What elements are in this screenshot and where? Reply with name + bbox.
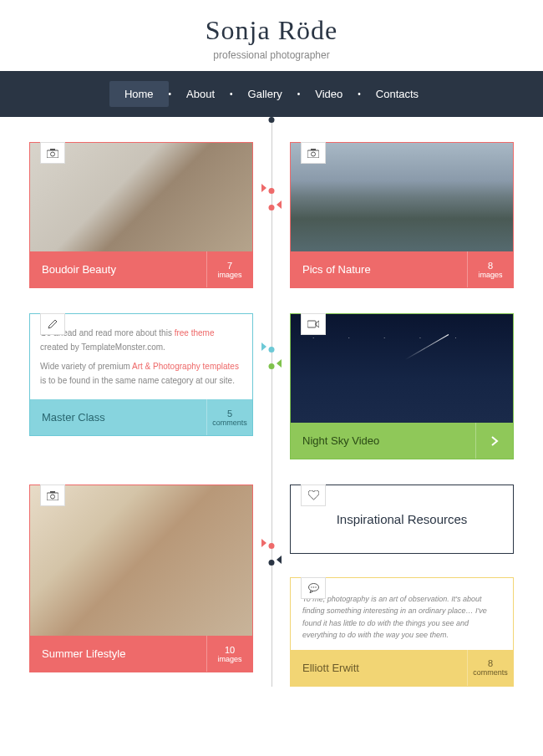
svg-rect-0 xyxy=(47,150,58,158)
card-quote[interactable]: To me, photography is an art of observat… xyxy=(290,577,514,687)
timeline-dot xyxy=(269,117,275,123)
svg-point-13 xyxy=(315,586,316,587)
card-count: 7 images xyxy=(206,251,252,287)
card-night-sky[interactable]: Night Sky Video xyxy=(290,313,514,459)
timeline-arrow xyxy=(261,539,266,547)
timeline-dot xyxy=(269,543,275,549)
camera-icon xyxy=(301,142,326,164)
site-title: Sonja Röde xyxy=(0,15,543,46)
svg-rect-3 xyxy=(307,150,319,158)
pencil-icon xyxy=(40,313,65,335)
svg-point-5 xyxy=(312,152,316,156)
card-title: Inspirational Resources xyxy=(299,512,505,526)
svg-rect-4 xyxy=(311,149,316,150)
svg-rect-6 xyxy=(307,321,316,327)
timeline-dot xyxy=(269,363,275,369)
card-nature[interactable]: Pics of Nature 8 images xyxy=(290,142,514,288)
card-image xyxy=(30,485,252,636)
chevron-right-icon[interactable] xyxy=(475,423,513,459)
svg-rect-7 xyxy=(47,493,58,500)
svg-rect-1 xyxy=(50,149,55,150)
timeline-arrow xyxy=(261,342,266,351)
nav-home[interactable]: Home xyxy=(109,81,169,107)
nav-contacts[interactable]: Contacts xyxy=(361,81,434,107)
card-title: Night Sky Video xyxy=(291,423,475,459)
card-inspirational[interactable]: Inspirational Resources xyxy=(290,485,514,554)
card-boudoir[interactable]: Boudoir Beauty 7 images xyxy=(29,142,253,288)
timeline: Boudoir Beauty 7 images Pics of Nature 8 xyxy=(0,117,543,687)
svg-rect-8 xyxy=(50,491,55,493)
navbar: Home • About • Gallery • Video • Contact… xyxy=(0,71,543,117)
card-count: 5 comments xyxy=(206,399,252,435)
timeline-dot xyxy=(269,560,275,566)
card-summer[interactable]: Summer Lifestyle 10 images xyxy=(29,485,253,672)
nav-video[interactable]: Video xyxy=(300,81,358,107)
link-templates[interactable]: Art & Photography templates xyxy=(132,362,239,371)
card-master-class[interactable]: Go ahead and read more about this free t… xyxy=(29,313,253,436)
timeline-arrow xyxy=(261,184,266,192)
header: Sonja Röde professional photographer xyxy=(0,0,543,71)
card-title: Summer Lifestyle xyxy=(30,636,206,672)
nav-gallery[interactable]: Gallery xyxy=(233,81,297,107)
speech-icon xyxy=(301,577,326,599)
timeline-arrow xyxy=(277,556,282,564)
camera-icon xyxy=(40,485,65,506)
svg-point-12 xyxy=(312,586,313,587)
timeline-dot xyxy=(269,347,275,353)
svg-point-2 xyxy=(51,152,55,156)
nav-about[interactable]: About xyxy=(171,81,230,107)
svg-point-11 xyxy=(311,586,312,587)
video-icon xyxy=(301,313,326,335)
card-count: 10 images xyxy=(206,636,252,672)
timeline-arrow xyxy=(277,359,282,368)
svg-point-9 xyxy=(51,495,55,499)
timeline-arrow xyxy=(277,200,282,209)
timeline-dot xyxy=(269,188,275,194)
card-count: 8 comments xyxy=(467,650,513,686)
site-subtitle: professional photographer xyxy=(0,49,543,61)
card-title: Elliott Erwitt xyxy=(291,650,467,686)
camera-icon xyxy=(40,142,65,164)
link-free-theme[interactable]: free theme xyxy=(175,328,215,337)
card-title: Master Class xyxy=(30,399,206,435)
card-title: Boudoir Beauty xyxy=(30,251,206,287)
timeline-dot xyxy=(269,205,275,211)
heart-icon xyxy=(301,485,326,506)
card-count: 8 images xyxy=(467,251,513,287)
card-title: Pics of Nature xyxy=(291,251,467,287)
